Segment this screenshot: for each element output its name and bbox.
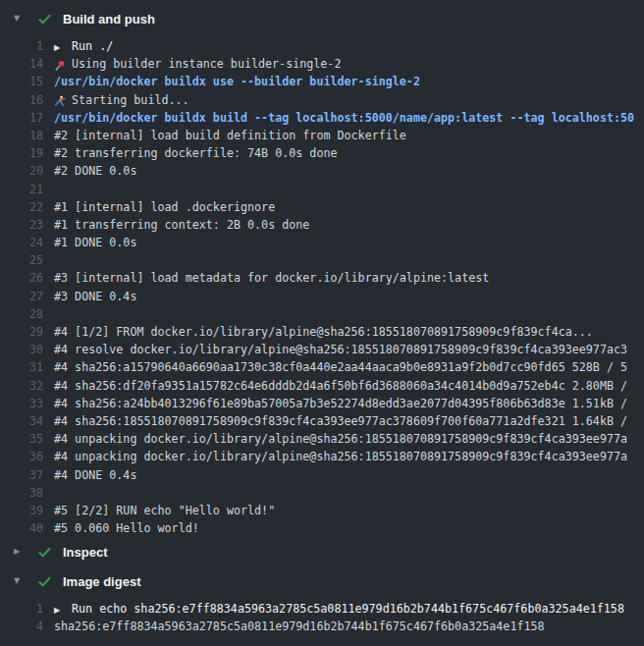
line-text: #2 [internal] load build definition from… (54, 127, 406, 144)
line-text: #4 sha256:df20fa9351a15782c64e6dddb2d4a6… (54, 377, 627, 395)
log-line: 24#1 DONE 0.0s (0, 234, 644, 251)
line-number[interactable]: 32 (0, 377, 43, 395)
line-text: #4 sha256:a24bb4013296f61e89ba57005a7b3e… (54, 395, 627, 412)
chevron-down-icon[interactable] (14, 15, 26, 23)
line-text: #4 unpacking docker.io/library/alpine@sh… (54, 448, 627, 465)
line-number[interactable]: 36 (0, 448, 43, 465)
log-line: 35#4 unpacking docker.io/library/alpine@… (0, 430, 644, 448)
log-group-header-inspect[interactable]: Inspect (0, 541, 644, 563)
log-group-header-image-digest[interactable]: Image digest (0, 570, 644, 592)
line-text: Starting build... (54, 91, 189, 109)
line-number[interactable]: 16 (0, 91, 43, 109)
line-number[interactable]: 34 (0, 412, 43, 430)
log-line: 33#4 sha256:a24bb4013296f61e89ba57005a7b… (0, 395, 644, 412)
log-line: 19#2 transferring dockerfile: 74B 0.0s d… (0, 144, 644, 162)
log-line: 40#5 0.060 Hello world! (0, 519, 644, 537)
line-number[interactable]: 29 (0, 323, 43, 341)
log-group-line[interactable]: 1Run ./ (0, 37, 644, 55)
pushpin-icon (54, 56, 72, 73)
line-text: Run ./ (54, 37, 113, 55)
line-number[interactable]: 31 (0, 358, 43, 376)
line-number[interactable]: 23 (0, 216, 43, 234)
line-number[interactable]: 19 (0, 144, 43, 162)
log-line: 20#2 DONE 0.0s (0, 162, 644, 180)
expand-triangle-icon[interactable] (54, 602, 72, 618)
log-line: 21 (0, 181, 644, 198)
line-number[interactable]: 37 (0, 466, 43, 484)
chevron-right-icon[interactable] (14, 548, 26, 556)
line-text: #1 transferring context: 2B 0.0s done (54, 216, 309, 234)
log-line: 38 (0, 484, 644, 502)
line-text: Using builder instance builder-single-2 (54, 55, 341, 73)
log-line: 26#3 [internal] load metadata for docker… (0, 269, 644, 287)
log-lines-build-and-push: 1Run ./14Using builder instance builder-… (0, 37, 644, 537)
line-number[interactable]: 4 (0, 618, 43, 635)
check-icon (37, 12, 52, 27)
line-number[interactable]: 39 (0, 502, 43, 519)
log-line: 16Starting build... (0, 91, 644, 109)
line-text: #3 DONE 0.4s (54, 288, 136, 305)
line-number[interactable]: 17 (0, 109, 43, 127)
line-text: #5 0.060 Hello world! (54, 519, 199, 537)
runner-icon (54, 92, 72, 109)
log-line: 31#4 sha256:a15790640a6690aa1730c38cf0a4… (0, 358, 644, 376)
log-group-title: Build and push (63, 12, 155, 27)
log-line: 36#4 unpacking docker.io/library/alpine@… (0, 448, 644, 465)
line-text: #4 DONE 0.4s (54, 466, 136, 484)
log-line: 18#2 [internal] load build definition fr… (0, 127, 644, 144)
line-text: sha256:e7ff8834a5963a2785c5a0811e979d16b… (54, 618, 545, 635)
log-line: 34#4 sha256:185518070891758909c9f839cf4c… (0, 412, 644, 430)
line-number[interactable]: 21 (0, 181, 43, 198)
line-text: #4 [1/2] FROM docker.io/library/alpine@s… (54, 323, 593, 341)
line-number[interactable]: 24 (0, 234, 43, 251)
line-number[interactable]: 14 (0, 55, 43, 73)
line-text: #1 [internal] load .dockerignore (54, 198, 275, 216)
chevron-down-icon[interactable] (14, 577, 26, 585)
line-text: #2 DONE 0.0s (54, 162, 136, 180)
log-lines-image-digest: 1Run echo sha256:e7ff8834a5963a2785c5a08… (0, 600, 644, 635)
line-text: #4 unpacking docker.io/library/alpine@sh… (54, 430, 627, 448)
line-number[interactable]: 38 (0, 484, 43, 502)
line-text: Run echo sha256:e7ff8834a5963a2785c5a081… (54, 600, 624, 618)
log-line: 15/usr/bin/docker buildx use --builder b… (0, 73, 644, 90)
line-text: /usr/bin/docker buildx use --builder bui… (54, 73, 420, 90)
log-line: 23#1 transferring context: 2B 0.0s done (0, 216, 644, 234)
line-number[interactable]: 28 (0, 305, 43, 323)
line-number[interactable]: 25 (0, 251, 43, 269)
log-line: 27#3 DONE 0.4s (0, 288, 644, 305)
log-line: 22#1 [internal] load .dockerignore (0, 198, 644, 216)
check-icon (37, 574, 52, 589)
line-number[interactable]: 26 (0, 269, 43, 287)
log-line: 28 (0, 305, 644, 323)
workflow-log-viewer: Build and push 1Run ./14Using builder in… (0, 0, 644, 646)
line-text: /usr/bin/docker buildx build --tag local… (54, 109, 634, 127)
log-line: 29#4 [1/2] FROM docker.io/library/alpine… (0, 323, 644, 341)
line-number[interactable]: 27 (0, 288, 43, 305)
line-number[interactable]: 1 (0, 600, 43, 618)
line-number[interactable]: 35 (0, 430, 43, 448)
line-text: #1 DONE 0.0s (54, 234, 136, 251)
line-text: #5 [2/2] RUN echo "Hello world!" (54, 502, 275, 519)
log-line: 30#4 resolve docker.io/library/alpine@sh… (0, 341, 644, 358)
log-group-header-build-and-push[interactable]: Build and push (0, 8, 644, 29)
log-line: 25 (0, 251, 644, 269)
line-number[interactable]: 18 (0, 127, 43, 144)
line-number[interactable]: 22 (0, 198, 43, 216)
line-number[interactable]: 33 (0, 395, 43, 412)
expand-triangle-icon[interactable] (54, 39, 72, 55)
log-group-title: Inspect (63, 545, 108, 560)
log-group-line[interactable]: 1Run echo sha256:e7ff8834a5963a2785c5a08… (0, 600, 644, 618)
line-number[interactable]: 20 (0, 162, 43, 180)
log-line: 14Using builder instance builder-single-… (0, 55, 644, 73)
line-number[interactable]: 40 (0, 519, 43, 537)
check-icon (37, 545, 52, 560)
line-number[interactable]: 30 (0, 341, 43, 358)
line-text: #2 transferring dockerfile: 74B 0.0s don… (54, 144, 338, 162)
log-line: 37#4 DONE 0.4s (0, 466, 644, 484)
line-number[interactable]: 15 (0, 73, 43, 90)
log-line: 32#4 sha256:df20fa9351a15782c64e6dddb2d4… (0, 377, 644, 395)
line-number[interactable]: 1 (0, 37, 43, 55)
log-group-title: Image digest (63, 574, 140, 589)
log-line: 4sha256:e7ff8834a5963a2785c5a0811e979d16… (0, 618, 644, 635)
line-text: #3 [internal] load metadata for docker.i… (54, 269, 489, 287)
